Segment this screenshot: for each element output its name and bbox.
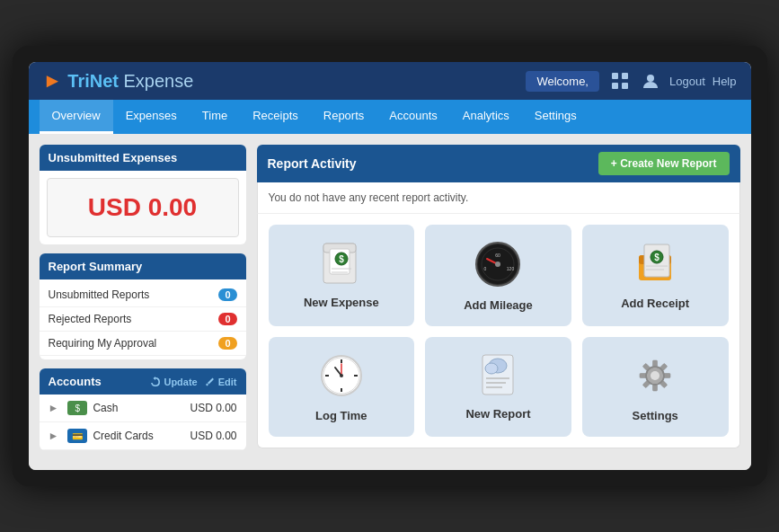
logout-button[interactable]: Logout — [669, 75, 705, 88]
report-activity-title: Report Activity — [268, 156, 357, 171]
svg-rect-45 — [653, 385, 658, 391]
nav-receipts[interactable]: Receipts — [240, 100, 311, 134]
summary-row-unsubmitted[interactable]: Unsubmitted Reports 0 — [40, 283, 246, 307]
expand-cash-arrow[interactable]: ► — [49, 402, 59, 414]
update-button[interactable]: Update — [150, 377, 197, 387]
user-icon-button[interactable] — [639, 71, 662, 91]
unsubmitted-value: USD 0.00 — [47, 178, 239, 237]
grid-item-add-receipt[interactable]: $ Add Receipt — [582, 225, 729, 326]
report-summary-rows: Unsubmitted Reports 0 Rejected Reports 0… — [40, 279, 246, 359]
svg-text:0: 0 — [484, 266, 487, 271]
account-card-left: ► 💳 Credit Cards — [49, 429, 154, 443]
add-mileage-label: Add Mileage — [464, 298, 533, 312]
right-panel: Report Activity + Create New Report You … — [257, 145, 740, 459]
accounts-header: Accounts Update Edit — [40, 368, 246, 395]
edit-button[interactable]: Edit — [205, 377, 237, 387]
svg-rect-2 — [612, 83, 618, 89]
nav-expenses[interactable]: Expenses — [113, 100, 190, 134]
new-report-label: New Report — [465, 407, 530, 421]
account-cash-row[interactable]: ► $ Cash USD 0.00 — [40, 395, 246, 422]
badge-approval: 0 — [218, 337, 236, 350]
account-cash-left: ► $ Cash — [49, 401, 119, 415]
badge-rejected: 0 — [218, 313, 236, 325]
grid-item-settings[interactable]: Settings — [582, 337, 729, 437]
app-window: ► TriNet Expense Welcome, — [29, 62, 751, 470]
svg-rect-1 — [622, 73, 628, 79]
header-icons: Logout Help — [608, 71, 737, 91]
accounts-title: Accounts — [49, 375, 102, 388]
svg-rect-44 — [653, 360, 658, 367]
account-card-row[interactable]: ► 💳 Credit Cards USD 0.00 — [40, 422, 246, 450]
new-expense-label: New Expense — [304, 296, 379, 309]
summary-label-unsubmitted: Unsubmitted Reports — [49, 288, 150, 301]
svg-rect-3 — [622, 83, 628, 89]
add-receipt-label: Add Receipt — [621, 297, 689, 310]
report-summary-section: Report Summary Unsubmitted Reports 0 Rej… — [40, 253, 246, 359]
grid-item-log-time[interactable]: Log Time — [269, 337, 415, 437]
settings-label: Settings — [633, 409, 678, 422]
svg-text:120: 120 — [507, 266, 515, 271]
grid-item-new-report[interactable]: New Report — [425, 337, 571, 437]
sidebar: Unsubmitted Expenses USD 0.00 Report Sum… — [40, 145, 246, 459]
nav-analytics[interactable]: Analytics — [450, 100, 522, 134]
accounts-actions: Update Edit — [150, 377, 236, 387]
summary-label-approval: Requiring My Approval — [49, 337, 157, 350]
svg-point-19 — [495, 262, 500, 267]
grid-item-add-mileage[interactable]: 60 0 120 Add Mileage — [425, 225, 571, 326]
logo-text: TriNet Expense — [67, 71, 193, 92]
trinet-logo-icon: ► — [43, 69, 63, 93]
svg-rect-46 — [664, 374, 670, 378]
activity-message: You do not have any recent report activi… — [257, 182, 740, 214]
accounts-section: Accounts Update Edit — [40, 368, 246, 450]
main-content: Unsubmitted Expenses USD 0.00 Report Sum… — [29, 134, 751, 470]
nav-overview[interactable]: Overview — [40, 100, 113, 134]
nav-accounts[interactable]: Accounts — [376, 100, 449, 134]
welcome-box: Welcome, — [526, 71, 599, 92]
unsubmitted-header: Unsubmitted Expenses — [40, 145, 246, 171]
card-icon: 💳 — [67, 429, 87, 443]
grid-area: $ New Expense 60 — [257, 214, 740, 448]
welcome-text: Welcome, — [536, 75, 589, 88]
logo-area: ► TriNet Expense — [43, 69, 194, 93]
logo-expense: Expense — [124, 71, 194, 91]
svg-point-53 — [651, 371, 659, 380]
summary-label-rejected: Rejected Reports — [49, 313, 132, 325]
grid-item-new-expense[interactable]: $ New Expense — [269, 225, 415, 326]
settings-icon — [631, 351, 679, 400]
nav-time[interactable]: Time — [190, 100, 240, 134]
expand-card-arrow[interactable]: ► — [49, 430, 59, 442]
create-new-report-button[interactable]: + Create New Report — [598, 152, 730, 175]
svg-text:$: $ — [654, 253, 659, 262]
svg-text:60: 60 — [496, 253, 501, 258]
header: ► TriNet Expense Welcome, — [29, 62, 751, 100]
grid-icon-button[interactable] — [608, 71, 632, 91]
nav-reports[interactable]: Reports — [311, 100, 377, 134]
mileage-icon: 60 0 120 — [473, 239, 523, 289]
card-label: Credit Cards — [93, 430, 153, 442]
svg-point-4 — [647, 75, 654, 82]
svg-rect-0 — [612, 73, 618, 79]
svg-rect-47 — [640, 374, 646, 378]
svg-point-35 — [340, 374, 343, 377]
receipt-icon: $ — [630, 241, 680, 288]
summary-row-rejected[interactable]: Rejected Reports 0 — [40, 307, 246, 332]
logtime-icon — [317, 351, 366, 400]
cash-icon: $ — [67, 401, 87, 415]
unsubmitted-section: Unsubmitted Expenses USD 0.00 — [40, 145, 246, 244]
report-summary-header: Report Summary — [40, 253, 246, 279]
cash-value: USD 0.00 — [190, 402, 236, 414]
device-frame: ► TriNet Expense Welcome, — [13, 46, 767, 486]
report-activity-header: Report Activity + Create New Report — [257, 145, 740, 182]
logo-trinet: TriNet — [67, 71, 119, 91]
help-button[interactable]: Help — [713, 75, 737, 88]
nav-bar: Overview Expenses Time Receipts Reports … — [29, 100, 751, 134]
nav-settings[interactable]: Settings — [522, 100, 589, 134]
expense-icon: $ — [316, 242, 367, 287]
log-time-label: Log Time — [315, 409, 367, 422]
badge-unsubmitted: 0 — [218, 288, 236, 301]
summary-row-approval[interactable]: Requiring My Approval 0 — [40, 332, 246, 356]
header-right: Welcome, — [526, 71, 736, 92]
svg-point-38 — [485, 363, 498, 374]
newreport-icon — [474, 353, 522, 398]
svg-text:$: $ — [339, 254, 344, 264]
